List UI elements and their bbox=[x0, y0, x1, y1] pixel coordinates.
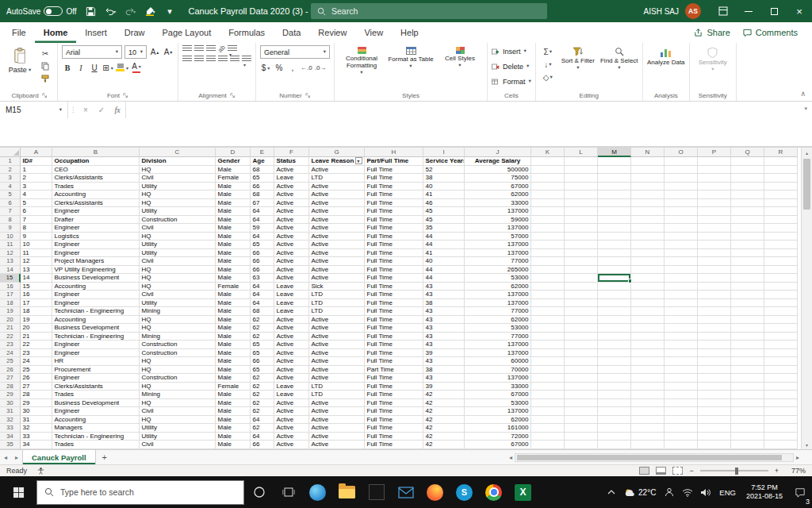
cell-G31[interactable]: Active bbox=[309, 407, 365, 416]
app-icon-edge[interactable] bbox=[303, 476, 332, 508]
accounting-format-icon[interactable]: $ bbox=[260, 62, 271, 73]
cell-J6[interactable]: 33000 bbox=[465, 199, 531, 208]
cell-H35[interactable]: Full Time bbox=[365, 441, 423, 449]
number-format-select[interactable]: General▾ bbox=[260, 45, 330, 59]
cell-J16[interactable]: 62000 bbox=[465, 283, 531, 291]
zoom-level[interactable]: 77% bbox=[785, 467, 806, 475]
cell-E13[interactable]: 66 bbox=[251, 257, 274, 266]
cell-R8[interactable] bbox=[764, 216, 798, 225]
cell-A19[interactable]: 18 bbox=[21, 307, 52, 316]
cell-P14[interactable] bbox=[698, 266, 731, 275]
cell-G22[interactable]: Active bbox=[309, 333, 365, 341]
cell-N7[interactable] bbox=[631, 207, 665, 216]
cell-M24[interactable] bbox=[598, 349, 631, 358]
cell-N14[interactable] bbox=[631, 266, 665, 275]
cell-D28[interactable]: Female bbox=[216, 383, 251, 391]
app-icon-mail[interactable] bbox=[391, 476, 420, 508]
row-header-14[interactable]: 14 bbox=[0, 266, 21, 275]
row-header-2[interactable]: 2 bbox=[0, 166, 21, 175]
cell-F19[interactable]: Leave bbox=[274, 307, 309, 316]
cell-B11[interactable]: Engineer bbox=[52, 241, 140, 249]
cell-B14[interactable]: VP Utility Engineering bbox=[52, 266, 140, 275]
find-select-button[interactable]: Find & Select ▾ bbox=[600, 45, 638, 71]
underline-button[interactable]: U bbox=[89, 62, 100, 73]
cell-J22[interactable]: 77000 bbox=[465, 333, 531, 341]
column-header-C[interactable]: C bbox=[140, 148, 216, 157]
cell-O33[interactable] bbox=[665, 424, 698, 433]
cell-O12[interactable] bbox=[665, 249, 698, 258]
row-header-17[interactable]: 17 bbox=[0, 291, 21, 299]
row-header-19[interactable]: 19 bbox=[0, 307, 21, 316]
cell-B9[interactable]: Engineer bbox=[52, 224, 140, 233]
cell-H2[interactable]: Full Time bbox=[365, 166, 423, 175]
cell-D23[interactable]: Male bbox=[216, 341, 251, 349]
cell-L35[interactable] bbox=[565, 441, 598, 449]
cell-F16[interactable]: Leave bbox=[274, 283, 309, 291]
cell-M8[interactable] bbox=[598, 216, 631, 225]
cell-H33[interactable]: Full Time bbox=[365, 424, 423, 433]
row-header-16[interactable]: 16 bbox=[0, 283, 21, 291]
action-center-icon[interactable]: 3 bbox=[788, 476, 812, 508]
cell-P35[interactable] bbox=[698, 441, 731, 449]
delete-cells-button[interactable]: Delete▾ bbox=[492, 60, 529, 72]
cell-L7[interactable] bbox=[565, 207, 598, 216]
formula-bar-drag-handle[interactable]: ⋮ bbox=[68, 102, 78, 118]
cell-G25[interactable]: Active bbox=[309, 357, 365, 366]
cell-E17[interactable]: 64 bbox=[251, 291, 274, 299]
cell-I21[interactable]: 43 bbox=[423, 324, 465, 333]
cell-E9[interactable]: 59 bbox=[251, 224, 274, 233]
bold-button[interactable]: B bbox=[62, 62, 73, 73]
cell-O15[interactable] bbox=[665, 274, 698, 283]
paste-button[interactable]: Paste▾ bbox=[6, 45, 34, 74]
cell-B15[interactable]: Business Development bbox=[52, 274, 140, 283]
cell-F12[interactable]: Active bbox=[274, 249, 309, 258]
cell-M4[interactable] bbox=[598, 183, 631, 191]
ribbon-display-options-icon[interactable] bbox=[710, 0, 736, 22]
cell-P1[interactable] bbox=[698, 157, 731, 166]
cell-P32[interactable] bbox=[698, 416, 731, 425]
cell-F3[interactable]: Leave bbox=[274, 174, 309, 183]
zoom-slider[interactable] bbox=[700, 470, 768, 471]
cell-Q21[interactable] bbox=[731, 324, 764, 333]
cell-P4[interactable] bbox=[698, 183, 731, 191]
cell-K10[interactable] bbox=[531, 233, 565, 241]
cell-R17[interactable] bbox=[764, 291, 798, 299]
cell-A35[interactable]: 34 bbox=[21, 441, 52, 449]
cell-N32[interactable] bbox=[631, 416, 665, 425]
cell-F34[interactable]: Active bbox=[274, 433, 309, 441]
undo-icon[interactable]: ▾ bbox=[102, 3, 120, 19]
cell-O8[interactable] bbox=[665, 216, 698, 225]
cell-I35[interactable]: 42 bbox=[423, 441, 465, 449]
cut-icon[interactable]: ✂ bbox=[37, 48, 53, 58]
cell-C26[interactable]: HQ bbox=[140, 366, 216, 375]
cell-D16[interactable]: Female bbox=[216, 283, 251, 291]
cell-O11[interactable] bbox=[665, 241, 698, 249]
row-header-7[interactable]: 7 bbox=[0, 207, 21, 216]
row-header-18[interactable]: 18 bbox=[0, 299, 21, 308]
font-size-select[interactable]: 10▾ bbox=[124, 45, 147, 59]
cell-K5[interactable] bbox=[531, 190, 565, 199]
cell-R7[interactable] bbox=[764, 207, 798, 216]
cell-G15[interactable]: Active bbox=[309, 274, 365, 283]
cell-D24[interactable]: Male bbox=[216, 349, 251, 358]
cell-R25[interactable] bbox=[764, 357, 798, 366]
cell-I20[interactable]: 43 bbox=[423, 316, 465, 325]
cell-Q7[interactable] bbox=[731, 207, 764, 216]
cell-P25[interactable] bbox=[698, 357, 731, 366]
cell-F26[interactable]: Active bbox=[274, 366, 309, 375]
taskbar-clock[interactable]: 7:52 PM 2021-08-15 bbox=[741, 483, 788, 501]
column-header-N[interactable]: N bbox=[631, 148, 665, 157]
row-header-11[interactable]: 11 bbox=[0, 241, 21, 249]
cell-F2[interactable]: Active bbox=[274, 166, 309, 175]
cell-F24[interactable]: Active bbox=[274, 349, 309, 358]
column-header-B[interactable]: B bbox=[52, 148, 140, 157]
row-header-21[interactable]: 21 bbox=[0, 324, 21, 333]
app-icon-chrome[interactable] bbox=[479, 476, 508, 508]
cell-L31[interactable] bbox=[565, 407, 598, 416]
cell-A2[interactable]: 1 bbox=[21, 166, 52, 175]
cell-C9[interactable]: Civil bbox=[140, 224, 216, 233]
cell-P17[interactable] bbox=[698, 291, 731, 299]
cell-C15[interactable]: HQ bbox=[140, 274, 216, 283]
cell-K16[interactable] bbox=[531, 283, 565, 291]
sheet-nav-right-icon[interactable]: ▸ bbox=[11, 454, 22, 461]
